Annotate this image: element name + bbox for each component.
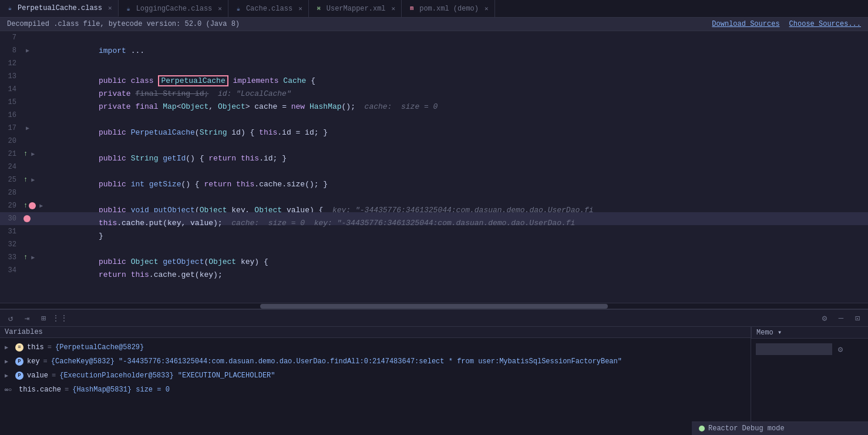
- xml-file-icon: ⌘: [315, 5, 323, 13]
- editor-area: 7 8 ▶ import ... 12: [0, 31, 868, 303]
- bottom-panel: ↺ ⇥ ⊞ ⋮⋮ ⚙ — ⊡ Variables: [0, 309, 868, 435]
- expand-this[interactable]: ▶: [5, 344, 12, 351]
- table-view-icon[interactable]: ⊞: [38, 312, 49, 324]
- table-row: 15 private final Map<Object, Object> cac…: [0, 96, 868, 109]
- green-arrow-icon-25: ↑: [23, 176, 28, 184]
- tab-cache[interactable]: ☕ Cache.class ✕: [228, 0, 309, 17]
- class-file-icon-3: ☕: [234, 5, 243, 13]
- tab-close-icon-4[interactable]: ✕: [392, 5, 396, 12]
- editor-scrollbar[interactable]: [0, 303, 868, 309]
- table-row: 31 }: [0, 225, 868, 238]
- tab-label: PerpetualCache.class: [18, 4, 102, 12]
- green-arrow-icon-33: ↑: [23, 253, 28, 262]
- variables-title: Variables: [5, 328, 43, 336]
- pom-file-icon: m: [408, 5, 416, 13]
- expand-icon-33[interactable]: ▶: [29, 253, 37, 262]
- expand-value[interactable]: ▶: [5, 372, 12, 379]
- tab-label-2: LoggingCache.class: [136, 5, 213, 13]
- variable-value[interactable]: ▶ P value = {ExecutionPlaceholder@5833} …: [0, 369, 751, 383]
- expand-icon[interactable]: ▶: [23, 46, 32, 55]
- expand-icon-29[interactable]: ▶: [37, 202, 45, 210]
- expand-icon-25[interactable]: ▶: [29, 176, 37, 184]
- expand-icon-21[interactable]: ▶: [29, 150, 37, 158]
- var-icon-value: P: [15, 372, 23, 380]
- memo-title: Memo ▾: [756, 328, 782, 337]
- green-arrow-icon-21: ↑: [23, 150, 28, 158]
- debug-toolbar: ↺ ⇥ ⊞ ⋮⋮ ⚙ — ⊡: [0, 310, 868, 327]
- variables-list: ▶ ≡ this = {PerpetualCache@5829} ▶ P key…: [0, 338, 751, 435]
- settings-icon[interactable]: ⚙: [819, 312, 830, 324]
- reactor-status-dot: [699, 426, 705, 431]
- tab-perpetual-cache[interactable]: ☕ PerpetualCache.class ✕: [0, 0, 119, 17]
- toolbar-right: ⚙ — ⊡: [819, 312, 863, 324]
- expand-key[interactable]: ▶: [5, 358, 12, 365]
- minimize-icon[interactable]: —: [835, 312, 847, 324]
- step-over-icon[interactable]: ⇥: [21, 312, 33, 324]
- variable-this-cache[interactable]: ∞○ this.cache = {HashMap@5831} size = 0: [0, 383, 751, 397]
- variables-panel: Variables ▶ ≡ this = {PerpetualCache@582…: [0, 327, 868, 435]
- expand-icon-17[interactable]: ▶: [23, 124, 32, 132]
- code-editor[interactable]: 7 8 ▶ import ... 12: [0, 31, 868, 303]
- right-panel: Memo ▾ ⚙ .. Count: [751, 327, 868, 435]
- table-row: 25 ↑ ▶ public int getSize() { return thi…: [0, 173, 868, 186]
- tab-label-3: Cache.class: [246, 5, 292, 13]
- reactor-debug-bar: Reactor Debug mode: [692, 421, 868, 435]
- decompiled-info-text: Decompiled .class file, bytecode version…: [7, 20, 240, 28]
- tab-pom[interactable]: m pom.xml (demo) ✕: [402, 0, 494, 17]
- search-input[interactable]: [756, 343, 832, 355]
- breakpoint-30[interactable]: [23, 215, 31, 222]
- tab-label-4: UserMapper.xml: [327, 5, 386, 13]
- tab-label-5: pom.xml (demo): [419, 5, 479, 13]
- class-file-icon: ☕: [6, 4, 14, 12]
- expand-this-cache[interactable]: ∞○: [5, 387, 12, 393]
- var-icon-key: P: [15, 357, 23, 366]
- right-panel-header: Memo ▾: [751, 327, 868, 339]
- tab-close-icon-3[interactable]: ✕: [298, 5, 302, 12]
- green-arrow-icon-29: ↑: [23, 202, 28, 210]
- maximize-panel-icon[interactable]: ⊡: [852, 312, 863, 324]
- tab-user-mapper[interactable]: ⌘ UserMapper.xml ✕: [309, 0, 402, 17]
- toolbar-left: ↺ ⇥ ⊞ ⋮⋮: [5, 312, 66, 324]
- class-file-icon-2: ☕: [125, 5, 133, 13]
- variables-panel-header: Variables: [0, 327, 751, 338]
- info-bar-links: Download Sources Choose Sources...: [712, 20, 861, 28]
- breakpoint-29[interactable]: [29, 202, 36, 209]
- table-row: 21 ↑ ▶ public String getId() { return th…: [0, 148, 868, 160]
- search-settings-icon[interactable]: ⚙: [835, 343, 846, 355]
- variable-key[interactable]: ▶ P key = {CacheKey@5832} "-34435776:346…: [0, 354, 751, 369]
- table-row: 17 ▶ public PerpetualCache(String id) { …: [0, 122, 868, 135]
- grid-view-icon[interactable]: ⋮⋮: [54, 312, 66, 324]
- tab-close-icon-2[interactable]: ✕: [218, 5, 222, 12]
- tab-logging-cache[interactable]: ☕ LoggingCache.class ✕: [119, 0, 228, 17]
- variable-this[interactable]: ▶ ≡ this = {PerpetualCache@5829}: [0, 340, 751, 354]
- table-row: 8 ▶ import ...: [0, 44, 868, 57]
- choose-sources-link[interactable]: Choose Sources...: [789, 20, 861, 28]
- reactor-label: Reactor Debug mode: [708, 424, 785, 433]
- scrollbar-thumb[interactable]: [260, 304, 607, 309]
- table-row: 34 return this.cache.get(key);: [0, 264, 868, 277]
- var-icon-this: ≡: [15, 343, 23, 352]
- tab-close-icon[interactable]: ✕: [108, 4, 112, 12]
- tab-bar: ☕ PerpetualCache.class ✕ ☕ LoggingCache.…: [0, 0, 868, 18]
- tab-close-icon-5[interactable]: ✕: [485, 5, 489, 12]
- restart-icon[interactable]: ↺: [5, 312, 16, 324]
- download-sources-link[interactable]: Download Sources: [712, 20, 779, 28]
- info-bar: Decompiled .class file, bytecode version…: [0, 18, 868, 31]
